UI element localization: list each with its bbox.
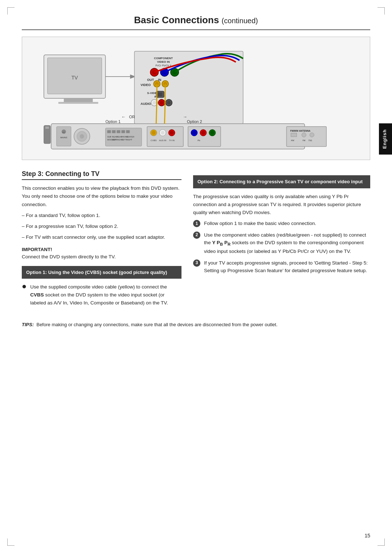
svg-point-41 xyxy=(192,131,196,135)
svg-text:OUT: OUT xyxy=(147,78,154,82)
svg-text:TV IN: TV IN xyxy=(169,139,175,142)
svg-point-31 xyxy=(152,131,155,135)
corner-mark-tl xyxy=(7,7,15,15)
svg-text:TV: TV xyxy=(72,75,78,81)
svg-text:VIDEO: VIDEO xyxy=(140,83,151,87)
tips-label: TIPS: xyxy=(22,322,34,327)
option2-item3: 3 If your TV accepts progressive signals… xyxy=(193,259,370,275)
option2-box: Option 2: Connecting to a Progressive Sc… xyxy=(193,175,370,188)
option2-item1: 1 Follow option 1 to make the basic vide… xyxy=(193,220,370,228)
svg-point-45 xyxy=(211,131,214,135)
svg-point-82 xyxy=(167,101,171,105)
svg-rect-2 xyxy=(64,98,93,102)
svg-point-43 xyxy=(201,131,205,135)
corner-mark-br xyxy=(377,538,385,546)
num-1: 1 xyxy=(193,220,200,227)
svg-text:Pb: Pb xyxy=(197,139,200,142)
svg-rect-16 xyxy=(117,130,120,133)
svg-text:AC: AC xyxy=(62,131,66,134)
svg-text:MAINS: MAINS xyxy=(60,136,67,139)
svg-rect-14 xyxy=(107,130,111,133)
svg-point-78 xyxy=(152,101,156,105)
svg-point-33 xyxy=(161,131,164,135)
content-columns: Step 3: Connecting to TV This connection… xyxy=(22,170,370,310)
svg-rect-49 xyxy=(291,133,297,137)
option1-bullet: ● Use the supplied composite video cable… xyxy=(22,283,181,307)
num-3: 3 xyxy=(193,259,200,267)
step3-bullet2: – For a progressive scan TV, follow opti… xyxy=(22,222,181,230)
svg-rect-75 xyxy=(158,93,162,96)
svg-text:Option 1: Option 1 xyxy=(106,119,121,124)
svg-text:FM: FM xyxy=(302,139,305,142)
step3-bullet3: – For TV with scart connector only, use … xyxy=(22,233,181,241)
svg-rect-89 xyxy=(45,127,49,129)
svg-text:OR: OR xyxy=(129,115,135,119)
svg-text:VIDEO IN: VIDEO IN xyxy=(157,60,170,64)
page-number: 15 xyxy=(364,533,370,538)
option1-text: Use the supplied composite video cable (… xyxy=(30,283,181,307)
option1-box: Option 1: Using the Video (CVBS) socket … xyxy=(22,266,181,279)
svg-point-80 xyxy=(160,101,163,105)
option2-item3-text: If your TV accepts progressive signals, … xyxy=(204,259,370,275)
svg-point-12 xyxy=(80,134,84,139)
svg-text:AUS IN: AUS IN xyxy=(159,139,166,142)
svg-text:AUDIO: AUDIO xyxy=(140,102,151,106)
svg-rect-17 xyxy=(121,130,125,133)
svg-text:←: ← xyxy=(121,114,126,119)
num-2: 2 xyxy=(193,232,200,239)
svg-text:LEFT: LEFT xyxy=(121,139,126,141)
step3-intro: This connection enables you to view the … xyxy=(22,184,181,209)
corner-mark-bl xyxy=(7,538,15,546)
svg-rect-18 xyxy=(126,130,130,133)
page-title: Basic Connections (continued) xyxy=(22,15,370,30)
language-tab: English xyxy=(379,123,392,155)
bullet-icon: ● xyxy=(22,282,26,290)
svg-text:HW: HW xyxy=(291,139,294,142)
svg-rect-15 xyxy=(112,130,115,133)
svg-text:RIGHT: RIGHT xyxy=(126,139,132,141)
svg-text:SUB: SUB xyxy=(107,136,112,138)
connection-diagram: TV AC MAINS SUB REAR REAR F xyxy=(22,37,370,160)
step3-heading: Step 3: Connecting to TV xyxy=(22,170,181,180)
svg-rect-3 xyxy=(58,102,98,104)
right-column: Option 2: Connecting to a Progressive Sc… xyxy=(193,170,370,310)
tips-section: TIPS: Before making or changing any conn… xyxy=(22,321,370,329)
option2-item1-text: Follow option 1 to make the basic video … xyxy=(204,220,316,228)
tips-text: Before making or changing any connection… xyxy=(36,322,277,327)
svg-text:LEFT: LEFT xyxy=(112,139,117,141)
svg-text:Option 2: Option 2 xyxy=(187,119,202,124)
option2-item2: 2 Use the component video cables (red/bl… xyxy=(193,231,370,255)
corner-mark-tr xyxy=(377,7,385,15)
option2-intro: The progressive scan video quality is on… xyxy=(193,193,370,217)
svg-text:→: → xyxy=(183,114,187,119)
svg-point-50 xyxy=(302,133,306,137)
svg-text:COMPONENT: COMPONENT xyxy=(154,57,173,60)
important-label: IMPORTANT! xyxy=(22,247,181,252)
important-text: Connect the DVD system directly to the T… xyxy=(22,253,181,261)
left-column: Step 3: Connecting to TV This connection… xyxy=(22,170,181,310)
svg-text:CVBS: CVBS xyxy=(151,139,156,142)
step3-bullet1: – For a standard TV, follow option 1. xyxy=(22,212,181,220)
svg-text:CENTER: CENTER xyxy=(126,136,134,138)
svg-point-51 xyxy=(310,133,314,137)
svg-text:FM/MW ANTENNA: FM/MW ANTENNA xyxy=(290,130,310,132)
option2-item2-text: Use the component video cables (red/blue… xyxy=(204,231,370,255)
svg-point-35 xyxy=(170,131,173,135)
svg-text:75Ω: 75Ω xyxy=(308,139,312,142)
